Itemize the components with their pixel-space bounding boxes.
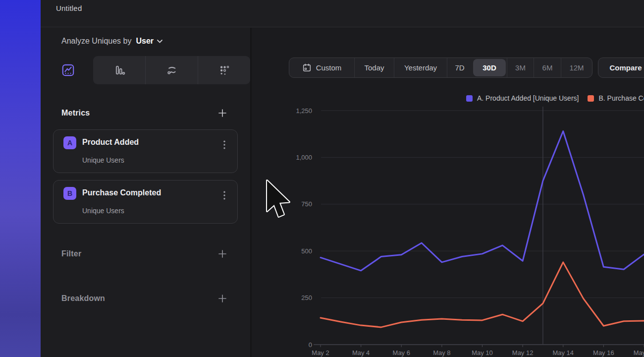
window-header: Untitled (41, 0, 644, 27)
range-3m[interactable]: 3M (507, 58, 534, 77)
legend-label: A. Product Added [Unique Users] (477, 94, 579, 102)
view-tab-strip (93, 56, 250, 84)
legend-swatch (466, 95, 473, 102)
add-breakdown-button[interactable] (217, 293, 228, 304)
range-label: 3M (515, 63, 526, 72)
range-label: Today (364, 63, 384, 72)
legend-item-a[interactable]: A. Product Added [Unique Users] (466, 94, 579, 102)
add-metric-button[interactable] (217, 108, 228, 119)
grid-dots-icon (217, 63, 231, 77)
range-30d[interactable]: 30D (473, 59, 506, 76)
kebab-icon (223, 140, 225, 149)
kebab-icon (223, 191, 225, 200)
range-yesterday[interactable]: Yesterday (394, 58, 447, 77)
range-12m[interactable]: 12M (561, 58, 592, 77)
analyze-by-value: User (136, 37, 154, 46)
line-chart-icon (61, 63, 75, 77)
range-today[interactable]: Today (354, 58, 394, 77)
metric-menu-button[interactable] (219, 190, 229, 200)
date-range-selector: CustomTodayYesterday7D30D3M6M12M (289, 58, 592, 78)
tab-insights[interactable] (54, 56, 81, 84)
window-title: Untitled (56, 4, 82, 12)
chevron-down-icon (157, 40, 162, 43)
tab-flows[interactable] (145, 56, 198, 84)
metric-badge-a: A (63, 136, 76, 149)
range-7d[interactable]: 7D (447, 58, 472, 77)
compare-button[interactable]: Compare (598, 58, 644, 78)
metric-measurement[interactable]: Unique Users (82, 207, 124, 215)
tab-bars[interactable] (93, 56, 145, 84)
metric-name: Purchase Completed (82, 188, 161, 197)
range-label: 7D (455, 63, 464, 72)
metric-card-a[interactable]: A Product Added Unique Users (53, 129, 238, 173)
range-label: Custom (316, 63, 342, 72)
add-filter-button[interactable] (217, 248, 228, 259)
plus-icon (218, 109, 227, 118)
plus-icon (218, 249, 227, 258)
metric-badge-b: B (63, 187, 76, 200)
legend-swatch (588, 95, 594, 102)
filter-header: Filter (61, 248, 228, 259)
analyze-by-label: Analyze Uniques by (61, 37, 131, 46)
flows-icon (165, 63, 179, 77)
breakdown-header: Breakdown (61, 293, 228, 304)
tab-retention[interactable] (198, 56, 250, 84)
range-label: 12M (569, 63, 584, 72)
legend-label: B. Purchase Completed [Unique Users] (598, 94, 644, 102)
range-6m[interactable]: 6M (534, 58, 561, 77)
metric-measurement[interactable]: Unique Users (82, 156, 124, 164)
range-label: Yesterday (404, 63, 437, 72)
metric-menu-button[interactable] (219, 140, 229, 150)
range-custom[interactable]: Custom (289, 58, 354, 77)
filter-title: Filter (61, 249, 81, 258)
analyze-by-dropdown[interactable]: User (136, 37, 162, 46)
metrics-title: Metrics (61, 109, 90, 118)
analyze-by-row: Analyze Uniques by User (61, 37, 162, 46)
chart-legend: A. Product Added [Unique Users]B. Purcha… (466, 94, 644, 102)
desktop-background (0, 0, 41, 357)
legend-item-b[interactable]: B. Purchase Completed [Unique Users] (588, 94, 644, 102)
range-label: 30D (483, 63, 496, 72)
metric-name: Product Added (82, 138, 139, 147)
metric-card-b[interactable]: B Purchase Completed Unique Users (53, 180, 238, 224)
plus-icon (218, 294, 227, 303)
breakdown-title: Breakdown (61, 294, 105, 303)
bar-chart-icon (112, 63, 126, 77)
range-label: 6M (542, 63, 553, 72)
query-sidebar: Analyze Uniques by User (41, 28, 250, 357)
calendar-icon (302, 63, 312, 72)
metrics-header: Metrics (61, 108, 228, 119)
